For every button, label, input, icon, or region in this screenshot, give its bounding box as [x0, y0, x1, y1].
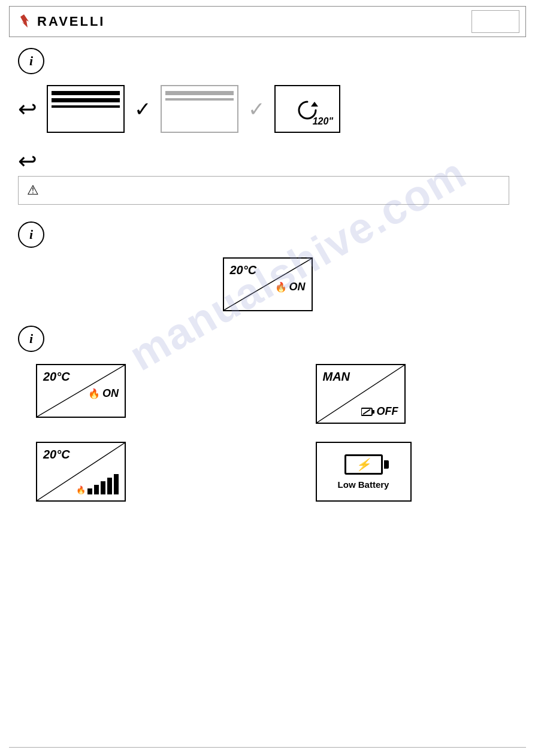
power-bar-4: [107, 478, 112, 494]
back-arrow-icon-2: ↩: [18, 150, 37, 172]
timer-box: 120": [274, 85, 340, 133]
power-bar-3: [101, 481, 105, 494]
screen-line-4: [165, 91, 234, 95]
low-battery-widget: ⚡ Low Battery: [316, 442, 412, 502]
screen-line-3: [52, 105, 120, 108]
battery-nub: [384, 460, 389, 469]
warning-triangle-icon: ⚠: [27, 183, 39, 198]
checkmark-icon-1: ✓: [134, 97, 151, 121]
display-diagonal-line-3: [317, 365, 404, 423]
screen-box-1: [47, 85, 125, 133]
back-arrow-icon-1: ↩: [18, 98, 37, 120]
page-header: RAVELLI: [9, 6, 526, 37]
info-icon-3: i: [18, 326, 44, 352]
power-bar-1: [87, 488, 92, 494]
display-diagonal-line-2: [37, 365, 125, 417]
two-col-row-1: 20°C 🔥 ON MAN: [18, 364, 517, 424]
two-col-row-2: 20°C 🔥 ⚡: [18, 442, 517, 502]
svg-line-2: [224, 259, 312, 310]
display-widget-on: 20°C 🔥 ON: [36, 364, 126, 418]
checkmark-icon-2: ✓: [248, 97, 265, 121]
svg-line-3: [37, 365, 125, 417]
icon-row-1: ↩ ✓ ✓ 120": [18, 85, 517, 133]
power-display-widget: 20°C 🔥: [36, 442, 126, 502]
power-bar-2: [94, 485, 99, 494]
warning-box: ⚠: [18, 176, 509, 205]
display-diagonal-line: [224, 259, 312, 310]
col-right-2: ⚡ Low Battery: [268, 442, 518, 502]
screen-line-1: [52, 91, 120, 95]
low-battery-icon-wrap: ⚡: [344, 454, 383, 475]
col-left-1: 20°C 🔥 ON: [18, 364, 268, 418]
main-content: i ↩ ✓ ✓ 120" ↩: [0, 37, 535, 524]
section-3: i 20°C 🔥 ON: [18, 221, 517, 311]
flame-icon-left-2: 🔥: [76, 485, 86, 494]
svg-marker-0: [20, 14, 29, 28]
col-right-1: MAN OFF: [268, 364, 518, 424]
display-widget-center: 20°C 🔥 ON: [223, 257, 313, 311]
brand-name: RAVELLI: [37, 14, 105, 29]
screen-line-2: [52, 98, 120, 102]
svg-marker-1: [311, 102, 318, 107]
header-right-box: [471, 10, 519, 33]
info-icon-1: i: [18, 48, 44, 74]
screen-box-2: [161, 85, 238, 133]
low-battery-label: Low Battery: [338, 479, 389, 490]
ravelli-logo-icon: [16, 13, 32, 30]
section-2: ↩ ⚠: [18, 150, 517, 205]
man-off-widget: MAN OFF: [316, 364, 406, 424]
timer-label: 120": [313, 116, 333, 127]
screen-line-5: [165, 98, 234, 101]
col-left-2: 20°C 🔥: [18, 442, 268, 502]
battery-cross-icon: ⚡: [356, 457, 371, 472]
bottom-border: [9, 747, 526, 748]
svg-line-4: [317, 365, 404, 423]
power-bar-5: [114, 474, 119, 494]
logo-area: RAVELLI: [16, 13, 105, 30]
info-icon-2: i: [18, 221, 44, 248]
battery-body: ⚡: [344, 454, 383, 475]
